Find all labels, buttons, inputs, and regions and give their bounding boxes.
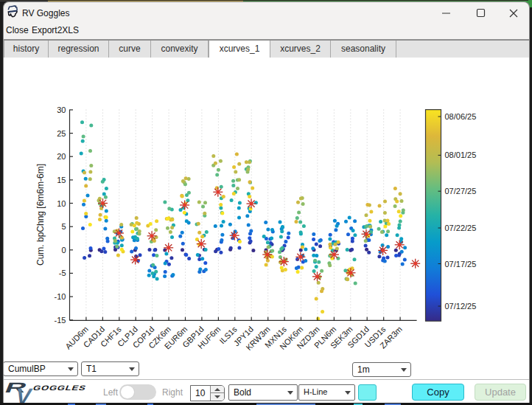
svg-text:5: 5 xyxy=(61,222,66,231)
svg-text:-5: -5 xyxy=(59,269,66,277)
svg-text:07/17/25: 07/17/25 xyxy=(445,260,477,269)
svg-text:07/12/25: 07/12/25 xyxy=(445,302,477,311)
svg-text:30: 30 xyxy=(57,105,66,114)
svg-text:07/27/25: 07/27/25 xyxy=(445,187,477,195)
svg-text:10: 10 xyxy=(57,199,66,208)
svg-text:08/01/25: 08/01/25 xyxy=(445,150,477,159)
svg-text:07/22/25: 07/22/25 xyxy=(445,224,477,232)
svg-text:-10: -10 xyxy=(55,292,66,301)
svg-text:Cum. bpChng [6m6m-6m]: Cum. bpChng [6m6m-6m] xyxy=(35,164,46,266)
svg-text:15: 15 xyxy=(57,176,66,184)
svg-text:08/06/25: 08/06/25 xyxy=(445,112,477,121)
svg-text:-15: -15 xyxy=(55,316,66,325)
svg-text:20: 20 xyxy=(57,152,66,161)
svg-text:0: 0 xyxy=(61,246,66,255)
svg-text:25: 25 xyxy=(57,129,66,138)
